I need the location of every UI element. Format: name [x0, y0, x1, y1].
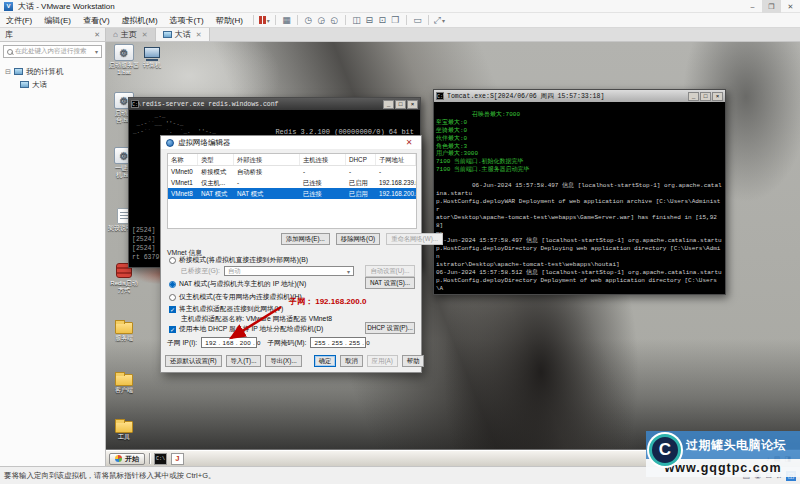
tree-item-vm[interactable]: 大话	[0, 78, 105, 91]
close-button[interactable]: ×	[712, 92, 723, 101]
table-row-vmnet1[interactable]: VMnet1 仅主机... - 已连接 已启用 192.168.239.0	[168, 177, 416, 188]
minimize-button[interactable]: _	[688, 92, 699, 101]
search-dropdown-icon[interactable]: ▾	[95, 48, 98, 55]
dhcp-settings-button[interactable]: DHCP 设置(P)...	[365, 322, 415, 334]
title-bar: V 大话 - VMware Workstation – ❐ ✕	[0, 0, 800, 13]
rename-network-button[interactable]: 重命名网络(W)...	[386, 233, 443, 245]
dialog-titlebar[interactable]: 虚拟网络编辑器 ✕	[161, 136, 421, 150]
search-placeholder: 在此处键入内容进行搜索	[15, 47, 92, 56]
window-title: 大话 - VMware Workstation	[18, 1, 115, 12]
toolbar-separator	[345, 15, 346, 25]
tomcat-window-titlebar[interactable]: C:\ Tomcat.exe:S[2024/06/06 周四 15:57:33:…	[434, 90, 725, 102]
bridged-to-row: 已桥接至(G): 自动 ▾	[181, 266, 354, 276]
desktop-icon-server-folder[interactable]: 服务端	[108, 317, 140, 342]
menu-file[interactable]: 文件(F)	[0, 13, 38, 28]
radio-bridged-mode[interactable]: 桥接模式(将虚拟机直接连接到外部网络)(B)	[169, 255, 308, 265]
minimize-button[interactable]: _	[383, 100, 394, 109]
network-globe-icon	[166, 139, 174, 147]
fullscreen-icon[interactable]: ⊡	[376, 14, 389, 26]
tomcat-console-window[interactable]: C:\ Tomcat.exe:S[2024/06/06 周四 15:57:33:…	[433, 89, 726, 295]
fit-guest-icon[interactable]: ⤢▾	[433, 14, 446, 26]
revert-snapshot-icon[interactable]: ◶	[315, 14, 328, 26]
toolbar-separator	[428, 15, 429, 25]
suspend-vm-button[interactable]: ▾	[258, 14, 271, 26]
auto-settings-button[interactable]: 自动设置(U)...	[365, 265, 415, 277]
tomcat-window-buttons: _ □ ×	[688, 92, 723, 101]
desktop-icon-label: 启动服务器 1.bat	[109, 62, 139, 75]
radio-nat-mode[interactable]: NAT 模式(与虚拟机共享主机的 IP 地址)(N)	[169, 279, 306, 289]
maximize-button[interactable]: ❐	[762, 0, 781, 13]
remove-network-button[interactable]: 移除网络(O)	[336, 233, 380, 245]
restore-defaults-button[interactable]: 还原默认设置(R)	[165, 355, 222, 367]
take-snapshot-icon[interactable]: ◷	[302, 14, 315, 26]
subnet-mask-field[interactable]: 255 . 255 . 255 . 0	[310, 337, 366, 348]
desktop-icon-label: 工具	[118, 434, 130, 440]
menu-tabs[interactable]: 选项卡(T)	[164, 13, 210, 28]
col-external: 外部连接	[234, 154, 300, 165]
console-view-icon[interactable]: ⊟	[363, 14, 376, 26]
dialog-close-button[interactable]: ✕	[402, 138, 416, 147]
console-app-icon: C:\	[131, 100, 139, 108]
guest-screen[interactable]: ⚙ 启动服务器 1.bat 计算机 ⚙ 启动后台.bat ⚙ 一键关机.bat …	[106, 42, 800, 466]
desktop-icon-label: 服务端	[115, 335, 133, 341]
watermark-site-url: www.gqgtpc.com	[664, 461, 781, 475]
desktop-icon-computer[interactable]: 计算机	[136, 44, 168, 69]
folder-icon	[114, 369, 134, 386]
ok-button[interactable]: 确定	[314, 355, 337, 367]
minimize-button[interactable]: –	[743, 0, 762, 13]
tree-expander-icon[interactable]: ⊟	[5, 68, 11, 76]
library-search-input[interactable]: 在此处键入内容进行搜索 ▾	[3, 45, 102, 58]
desktop-icon-tools-folder[interactable]: 工具	[108, 416, 140, 441]
apply-button[interactable]: 应用(A)	[367, 355, 398, 367]
taskbar-java-icon[interactable]: J	[171, 453, 184, 465]
close-button[interactable]: ✕	[781, 0, 800, 13]
nat-settings-button[interactable]: NAT 设置(S)...	[365, 277, 415, 289]
add-network-button[interactable]: 添加网络(E)...	[281, 233, 330, 245]
unity-mode-icon[interactable]: ❐	[389, 14, 402, 26]
export-button[interactable]: 导出(X)...	[265, 355, 301, 367]
show-library-icon[interactable]: ◫	[350, 14, 363, 26]
folder-icon	[114, 416, 134, 433]
tab-home-close-icon[interactable]: ✕	[142, 31, 148, 39]
subnet-ip-label: 子网 IP(I):	[167, 338, 197, 348]
maximize-button[interactable]: □	[700, 92, 711, 101]
cancel-button[interactable]: 取消	[340, 355, 363, 367]
tree-item-my-computer[interactable]: ⊟ 我的计算机	[0, 65, 105, 78]
tomcat-console-output: 召唤兽最大:7000 至宝最大:0 坐骑最大:0 伙伴最大:0 角色最大:3 用…	[434, 102, 725, 294]
redis-window-buttons: _ □ ×	[383, 100, 418, 109]
tab-vm-label: 大话	[175, 29, 191, 40]
tab-vm-close-icon[interactable]: ✕	[196, 31, 202, 39]
import-button[interactable]: 导入(T)...	[226, 355, 262, 367]
send-ctrl-alt-del-icon[interactable]: ▦	[280, 14, 293, 26]
redis-window-titlebar[interactable]: C:\ redis-server.exe redis.windows.conf …	[129, 98, 420, 110]
library-close-icon[interactable]: ✕	[94, 31, 100, 39]
table-header-row: 名称 类型 外部连接 主机连接 DHCP 子网地址	[168, 154, 416, 166]
table-row-vmnet8-selected[interactable]: VMnet8 NAT 模式 NAT 模式 已连接 已启用 192.168.200…	[168, 188, 416, 199]
col-name: 名称	[168, 154, 198, 165]
help-button[interactable]: 帮助	[402, 355, 425, 367]
console-icon[interactable]: ▭	[411, 14, 424, 26]
table-row-vmnet0[interactable]: VMnet0 桥接模式 自动桥接 - - -	[168, 166, 416, 177]
redis-ascii-art: _._ _.-``__ ''-._ _.-`` `. `_. ''-._	[133, 112, 216, 136]
guest-start-button[interactable]: 开始	[109, 453, 145, 465]
tab-home[interactable]: ⌂ 主页 ✕	[106, 28, 156, 41]
manage-snapshots-icon[interactable]: ◵	[328, 14, 341, 26]
bridged-to-dropdown[interactable]: 自动 ▾	[224, 266, 354, 276]
tab-vm[interactable]: 大话 ✕	[156, 28, 210, 41]
desktop-icon-label: 计算机	[143, 62, 161, 68]
menu-vm[interactable]: 虚拟机(M)	[116, 13, 164, 28]
desktop-icon-client-folder[interactable]: 客户端	[108, 369, 140, 394]
close-button[interactable]: ×	[407, 100, 418, 109]
menu-view[interactable]: 查看(V)	[77, 13, 116, 28]
network-table[interactable]: 名称 类型 外部连接 主机连接 DHCP 子网地址 VMnet0 桥接模式 自动…	[167, 153, 417, 229]
radio-hostonly-mode[interactable]: 仅主机模式(在专用网络内连接虚拟机)(H)	[169, 292, 302, 302]
menu-help[interactable]: 帮助(H)	[210, 13, 249, 28]
computer-icon	[142, 44, 162, 61]
taskbar-console-icon[interactable]: C:\	[154, 453, 167, 465]
maximize-button[interactable]: □	[395, 100, 406, 109]
library-panel-header: 库 ✕	[0, 28, 106, 41]
virtual-network-editor-dialog[interactable]: 虚拟网络编辑器 ✕ 名称 类型 外部连接 主机连接 DHCP 子网地址 VMne…	[160, 135, 422, 373]
forum-watermark: 过期罐头电脑论坛 www.gqgtpc.com C	[646, 431, 800, 477]
menu-edit[interactable]: 编辑(E)	[38, 13, 77, 28]
toolbar-separator	[406, 15, 407, 25]
